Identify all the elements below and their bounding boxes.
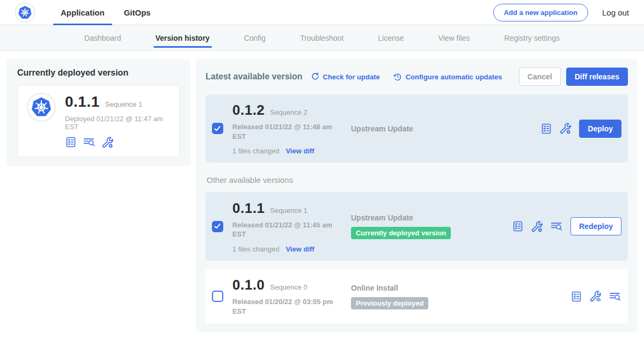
latest-available-title: Latest available version [206, 72, 303, 82]
refresh-icon [310, 72, 320, 82]
check-for-update-link[interactable]: Check for update [310, 72, 380, 82]
kubernetes-logo-icon [15, 3, 35, 23]
cancel-button[interactable]: Cancel [519, 68, 561, 86]
diff-releases-button[interactable]: Diff releases [566, 68, 628, 86]
deploy-logs-icon[interactable] [550, 220, 563, 232]
version-checkbox-unchecked[interactable] [212, 291, 223, 302]
app-subnav: Dashboard Version history Config Trouble… [0, 25, 644, 51]
version-row: 0.1.0 Sequence 0 Released 01/20/22 @ 03:… [206, 269, 628, 323]
subnav-view-files[interactable]: View files [438, 25, 470, 50]
deployed-version-card: 0.1.1 Sequence 1 Deployed 01/21/22 @ 11:… [17, 85, 180, 157]
preflight-wrench-gear-icon[interactable] [101, 136, 114, 149]
edit-config-icon[interactable] [570, 291, 582, 302]
configure-automatic-updates-link[interactable]: Configure automatic updates [393, 72, 502, 82]
update-schedule-icon [393, 72, 402, 82]
currently-deployed-badge: Currently deployed version [351, 227, 451, 239]
app-icon [27, 93, 55, 121]
version-checkbox-checked[interactable] [212, 123, 223, 134]
view-diff-link[interactable]: View diff [286, 147, 314, 155]
deployed-sequence-label: Sequence 1 [105, 100, 142, 108]
sequence-label: Sequence 0 [270, 283, 307, 291]
subnav-registry-settings[interactable]: Registry settings [504, 25, 560, 50]
edit-config-icon[interactable] [65, 136, 77, 149]
released-timestamp: Released 01/21/22 @ 11:48 am EST [232, 122, 340, 141]
subnav-config[interactable]: Config [244, 25, 266, 50]
logout-link[interactable]: Log out [602, 8, 629, 17]
deployed-panel-title: Currently deployed version [17, 68, 180, 78]
files-changed-label: 1 files changed [232, 245, 279, 253]
version-history-panel: Latest available version Check for updat… [196, 59, 638, 332]
subnav-dashboard[interactable]: Dashboard [84, 25, 121, 50]
add-new-application-button[interactable]: Add a new application [493, 4, 588, 21]
version-source-label: Upstream Update [351, 124, 512, 133]
version-row: 0.1.1 Sequence 1 Released 01/21/22 @ 11:… [206, 192, 628, 261]
subnav-troubleshoot[interactable]: Troubleshoot [300, 25, 343, 50]
deployed-version-number: 0.1.1 [65, 93, 100, 110]
main-content: Currently deployed version 0 [0, 51, 644, 340]
preflight-wrench-gear-icon[interactable] [559, 122, 572, 135]
version-source-label: Online Install [351, 284, 512, 292]
subnav-license[interactable]: License [378, 25, 404, 50]
sequence-label: Sequence 1 [270, 206, 307, 215]
version-number: 0.1.0 [232, 277, 265, 293]
deploy-logs-icon[interactable] [83, 136, 96, 149]
latest-available-header: Latest available version Check for updat… [206, 68, 628, 86]
subnav-version-history[interactable]: Version history [156, 25, 210, 50]
version-number: 0.1.2 [232, 102, 265, 119]
edit-config-icon[interactable] [540, 123, 552, 135]
version-source-label: Upstream Update [351, 213, 512, 222]
version-number: 0.1.1 [232, 200, 265, 217]
top-navbar: Application GitOps Add a new application… [0, 0, 644, 25]
deploy-logs-icon[interactable] [609, 291, 621, 302]
deploy-button[interactable]: Deploy [579, 120, 621, 138]
files-changed-label: 1 files changed [232, 147, 279, 155]
redeploy-button[interactable]: Redeploy [570, 217, 621, 235]
version-checkbox-checked[interactable] [212, 221, 223, 232]
preflight-wrench-gear-icon[interactable] [531, 220, 543, 233]
app-logo [15, 0, 35, 25]
top-tabs: Application GitOps [53, 0, 158, 25]
version-row: 0.1.2 Sequence 2 Released 01/21/22 @ 11:… [206, 94, 628, 162]
deployed-timestamp: Deployed 01/21/22 @ 11:47 am EST [65, 115, 170, 131]
preflight-wrench-eye-icon[interactable] [589, 290, 602, 302]
tab-gitops[interactable]: GitOps [116, 0, 158, 25]
view-diff-link[interactable]: View diff [286, 245, 314, 253]
currently-deployed-panel: Currently deployed version 0 [6, 59, 191, 166]
tab-application[interactable]: Application [53, 0, 112, 25]
edit-config-icon[interactable] [512, 220, 524, 232]
released-timestamp: Released 01/21/22 @ 11:45 am EST [232, 220, 340, 239]
released-timestamp: Released 01/20/22 @ 03:05 pm EST [232, 297, 340, 316]
previously-deployed-badge: Previously deployed [351, 297, 428, 309]
other-versions-title: Other available versions [207, 175, 628, 184]
sequence-label: Sequence 2 [270, 108, 307, 116]
